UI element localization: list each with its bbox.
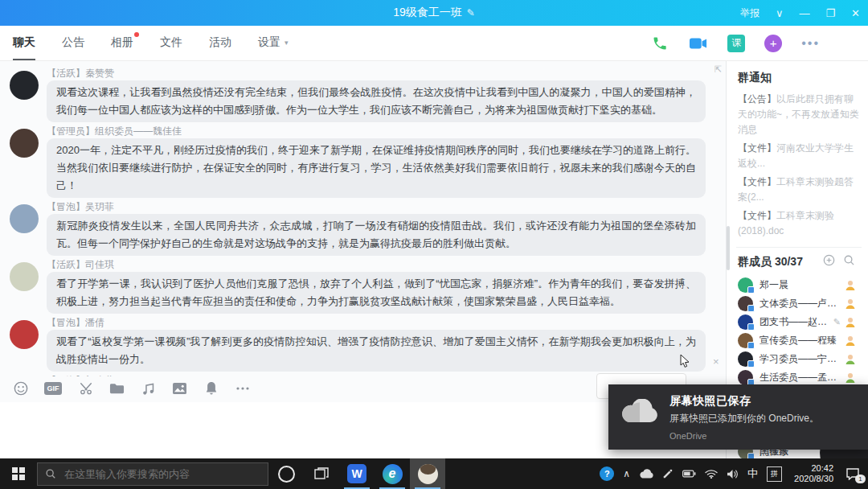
sidebar-close-icon[interactable]: ×	[713, 355, 719, 368]
title-bar: 19级食工一班 ✎ 举报 ∨ — ❐ ✕	[0, 0, 868, 26]
wifi-icon[interactable]	[705, 469, 718, 479]
volume-icon[interactable]	[727, 469, 739, 479]
notification-count: 1	[855, 475, 866, 483]
report-button[interactable]: 举报	[740, 6, 760, 20]
chat-message: 【管理员】组织委员——魏佳佳 2020一年，注定不平凡，刚经历过疫情的我们，终于…	[10, 125, 721, 198]
close-button[interactable]: ✕	[851, 7, 860, 19]
message-bubble[interactable]: 看了开学第一课，我认识到了医护人员他们克服了恐惧，放弃了个人利益，做到了“忧国忘…	[47, 272, 706, 314]
sidebar-scrollbar[interactable]	[727, 226, 730, 270]
invite-member-icon[interactable]	[823, 254, 835, 269]
tab[interactable]: 活动 ▾	[209, 26, 231, 60]
image-icon[interactable]	[172, 381, 187, 397]
notice-item[interactable]: 【公告】以后此群只拥有聊天的功能~，不再发放通知类消息	[738, 92, 862, 138]
message-sender: 【冒泡】吴玥菲	[47, 201, 706, 212]
tab[interactable]: 公告 ▾	[62, 26, 84, 60]
taskbar-app-edge[interactable]: e	[375, 458, 410, 489]
avatar	[738, 296, 753, 311]
qq-icon	[418, 464, 438, 484]
member-level-icon	[844, 353, 857, 366]
edge-icon: e	[383, 464, 403, 484]
taskbar-app-qq[interactable]	[410, 458, 445, 489]
task-view-button[interactable]	[304, 458, 339, 489]
avatar	[738, 314, 753, 330]
more-icon[interactable]: •••	[801, 36, 820, 51]
pen-device-icon[interactable]	[662, 468, 674, 479]
member-row[interactable]: 文体委员——卢明月 ✎	[738, 294, 862, 313]
edit-title-icon[interactable]: ✎	[467, 7, 475, 18]
battery-icon[interactable]	[682, 470, 696, 478]
emoji-icon[interactable]	[13, 381, 28, 397]
class-icon[interactable]: 课	[727, 35, 745, 52]
search-icon	[45, 468, 56, 479]
message-list: 【活跃】秦赞赞 观看这次课程，让我看到虽然疫情还没有完全结束，但我们最终会战胜疫…	[0, 61, 721, 376]
tab[interactable]: 聊天 ▾	[13, 26, 35, 60]
gif-icon[interactable]: GIF	[44, 382, 62, 395]
avatar	[738, 351, 753, 367]
tab[interactable]: 设置 ▾	[258, 26, 289, 60]
sidebar-expand-icon[interactable]: ⇱	[714, 64, 722, 75]
member-name: 文体委员——卢明月	[760, 297, 844, 310]
onedrive-toast[interactable]: 屏幕快照已保存 屏幕快照已添加到你的 OneDrive。 OneDrive	[608, 384, 868, 450]
tab[interactable]: 相册 ▾	[111, 26, 133, 60]
task-view-icon	[314, 467, 329, 480]
notice-item[interactable]: 【文件】工科章末测验题答案(2...	[738, 175, 862, 205]
chevron-down-icon[interactable]: ∨	[776, 7, 784, 19]
cloud-icon	[621, 399, 658, 423]
message-sender: 【管理员】组织委员——魏佳佳	[47, 125, 706, 137]
help-icon[interactable]: ?	[600, 466, 614, 481]
avatar[interactable]	[10, 204, 39, 233]
minimize-button[interactable]: —	[799, 7, 809, 19]
mouse-cursor	[680, 354, 691, 368]
tab-label: 活动	[209, 35, 231, 50]
add-icon[interactable]: +	[764, 35, 782, 52]
cortana-icon	[278, 466, 295, 483]
tray-expand-icon[interactable]: ∧	[623, 468, 630, 479]
shake-icon[interactable]	[203, 381, 219, 397]
screenshot-icon[interactable]	[78, 381, 93, 397]
taskbar-search[interactable]	[37, 462, 268, 486]
tab-label: 聊天	[13, 35, 35, 50]
search-input[interactable]	[63, 467, 251, 481]
avatar[interactable]	[10, 262, 39, 291]
edit-pencil-icon[interactable]: ✎	[833, 317, 841, 327]
message-bubble[interactable]: 观看了“返校复学第一课视频”我了解到更多的疫情防控知识、增强了疫情防控意识、增加…	[47, 330, 706, 372]
time: 20:42	[811, 463, 833, 473]
chat-message: 【冒泡】潘倩 观看了“返校复学第一课视频”我了解到更多的疫情防控知识、增强了疫情…	[10, 317, 721, 372]
chevron-down-icon: ▾	[285, 39, 289, 47]
video-call-icon[interactable]	[689, 34, 708, 53]
member-row[interactable]: 团支书——赵萌萌 ✎	[738, 313, 862, 331]
maximize-button[interactable]: ❐	[825, 7, 835, 19]
message-bubble[interactable]: 观看这次课程，让我看到虽然疫情还没有完全结束，但我们最终会战胜疫情。在这次疫情中…	[47, 80, 706, 122]
avatar	[738, 333, 753, 348]
onedrive-tray-icon[interactable]	[639, 469, 653, 479]
member-row[interactable]: 郑一晨 ✎	[738, 276, 862, 294]
ime-pinyin-icon[interactable]: 拼	[767, 466, 782, 482]
action-center-button[interactable]: 1	[845, 467, 862, 480]
avatar[interactable]	[10, 320, 39, 349]
toast-title: 屏幕快照已保存	[669, 394, 819, 409]
music-icon[interactable]	[141, 381, 156, 397]
member-level-icon	[844, 298, 857, 310]
member-row[interactable]: 学习委员——宁乐乐 ✎	[738, 350, 862, 368]
message-bubble[interactable]: 新冠肺炎疫情发生以来，全国人民同舟共济，众志成城，打响了一场没有硝烟的疫情阻击战…	[47, 214, 706, 256]
voice-call-icon[interactable]	[650, 34, 669, 53]
search-member-icon[interactable]	[843, 254, 855, 269]
notice-item[interactable]: 【文件】河南农业大学学生返校...	[738, 141, 862, 171]
taskbar-clock[interactable]: 20:42 2020/8/30	[791, 463, 837, 484]
tab-label: 文件	[160, 35, 182, 50]
member-row[interactable]: 宣传委员——程臻 ✎	[738, 331, 862, 350]
notice-item[interactable]: 【文件】工科章末测验(2018).doc	[738, 208, 862, 239]
message-bubble[interactable]: 2020一年，注定不平凡，刚经历过疫情的我们，终于迎来了新学期，在保证维持疫情期…	[47, 138, 706, 198]
more-icon[interactable]	[235, 381, 250, 397]
file-icon[interactable]	[109, 381, 125, 397]
tab[interactable]: 文件 ▾	[160, 26, 182, 60]
avatar[interactable]	[10, 129, 39, 158]
avatar[interactable]	[10, 71, 39, 100]
ime-language-indicator[interactable]: 中	[747, 466, 758, 481]
message-sender: 【冒泡】潘倩	[47, 317, 706, 328]
window-title: 19级食工一班	[393, 6, 462, 20]
start-button[interactable]	[0, 458, 37, 489]
taskbar-app-wps[interactable]: W	[339, 458, 375, 489]
cortana-button[interactable]	[268, 458, 304, 489]
members-title: 群成员 30/37	[738, 255, 823, 269]
